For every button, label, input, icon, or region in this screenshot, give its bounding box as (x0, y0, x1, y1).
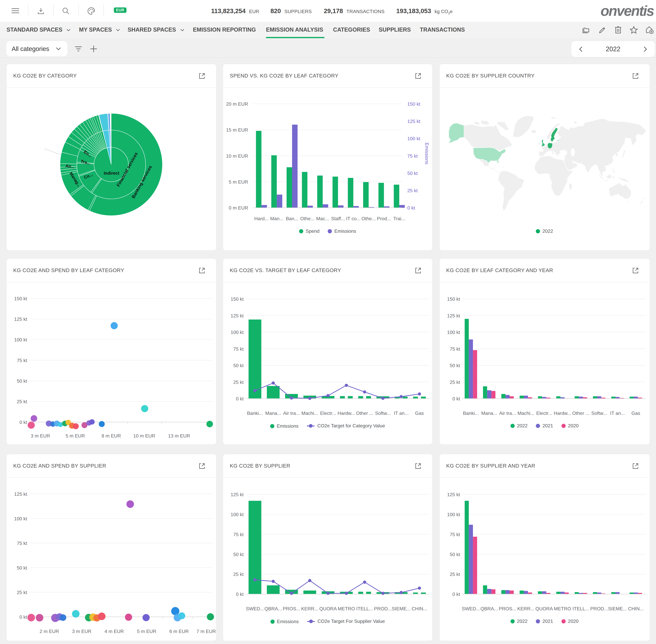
svg-text:150 kt: 150 kt (14, 296, 27, 301)
svg-text:75 kt: 75 kt (233, 346, 243, 352)
svg-text:0 kt: 0 kt (19, 420, 27, 425)
svg-text:7 m EUR: 7 m EUR (196, 629, 216, 634)
svg-text:Mana...: Mana... (265, 411, 281, 416)
svg-text:5 m EUR: 5 m EUR (229, 179, 248, 185)
svg-text:20 m EUR: 20 m EUR (226, 101, 248, 107)
svg-text:0 kt: 0 kt (452, 396, 460, 401)
svg-text:Man...: Man... (270, 216, 283, 221)
svg-text:KERR...: KERR... (301, 606, 319, 612)
svg-text:Hardw...: Hardw... (337, 411, 355, 416)
svg-text:Trai...: Trai... (393, 216, 405, 221)
svg-text:METRO: METRO (338, 606, 355, 612)
svg-text:0 kt: 0 kt (236, 592, 244, 597)
svg-text:25 kt: 25 kt (17, 399, 27, 405)
svg-text:100 kt: 100 kt (447, 330, 460, 335)
svg-text:Othe...: Othe... (362, 216, 376, 221)
svg-text:0 kt: 0 kt (19, 614, 27, 620)
svg-text:Prod...: Prod... (377, 216, 391, 221)
svg-text:6 m EUR: 6 m EUR (169, 629, 189, 634)
svg-text:4 m EUR: 4 m EUR (104, 629, 124, 634)
svg-text:5 m EUR: 5 m EUR (65, 433, 85, 439)
svg-text:SIEME...: SIEME... (392, 606, 411, 612)
svg-text:Ban...: Ban... (286, 216, 298, 221)
svg-text:Banki...: Banki... (247, 411, 263, 416)
svg-text:Indirect: Indirect (104, 171, 119, 176)
svg-text:Air tra...: Air tra... (283, 411, 300, 416)
svg-text:KERR...: KERR... (517, 606, 534, 612)
svg-text:ITELL...: ITELL... (572, 606, 589, 612)
svg-text:125 kt: 125 kt (231, 492, 243, 497)
svg-text:125 kt: 125 kt (447, 492, 460, 497)
svg-text:CHIN...: CHIN... (628, 606, 643, 612)
svg-text:PROS...: PROS... (283, 606, 300, 612)
svg-text:Emissions: Emissions (424, 143, 430, 164)
svg-text:0 kt: 0 kt (452, 592, 460, 597)
svg-text:75 kt: 75 kt (233, 532, 243, 537)
svg-text:Electr...: Electr... (536, 411, 552, 416)
svg-text:QUORA: QUORA (535, 606, 553, 612)
svg-text:75 kt: 75 kt (17, 540, 27, 546)
svg-text:125 kt: 125 kt (447, 313, 460, 318)
svg-text:SIEME...: SIEME... (608, 606, 627, 612)
svg-text:50 kt: 50 kt (407, 170, 418, 176)
svg-text:100 kt: 100 kt (231, 512, 243, 517)
svg-text:Electr...: Electr... (320, 411, 336, 416)
svg-text:PROS...: PROS... (499, 606, 516, 612)
svg-text:75 kt: 75 kt (450, 532, 460, 537)
svg-text:25 kt: 25 kt (450, 572, 460, 577)
svg-text:0 m EUR: 0 m EUR (229, 205, 248, 210)
svg-text:Softw...: Softw... (375, 411, 391, 416)
svg-text:0 kt: 0 kt (236, 396, 244, 401)
svg-text:Other ...: Other ... (356, 411, 373, 416)
svg-text:2 m EUR: 2 m EUR (40, 629, 59, 634)
svg-text:QBRA...: QBRA... (480, 606, 498, 612)
svg-text:50 kt: 50 kt (233, 552, 243, 557)
svg-text:PROD...: PROD... (590, 606, 608, 612)
svg-text:8 m EUR: 8 m EUR (102, 433, 121, 439)
svg-text:100 kt: 100 kt (231, 330, 243, 335)
svg-text:100 kt: 100 kt (14, 337, 27, 343)
svg-text:Machi...: Machi... (517, 411, 534, 416)
svg-text:15 m EUR: 15 m EUR (226, 127, 248, 133)
svg-text:Mana...: Mana... (481, 411, 497, 416)
svg-text:125 kt: 125 kt (14, 491, 27, 497)
svg-text:PROD...: PROD... (374, 606, 392, 612)
svg-text:Air tra...: Air tra... (499, 411, 516, 416)
svg-text:25 kt: 25 kt (233, 380, 243, 385)
svg-text:150 kt: 150 kt (231, 297, 243, 302)
svg-text:Gas: Gas (415, 411, 424, 416)
svg-text:75 kt: 75 kt (17, 358, 27, 363)
svg-text:Banki...: Banki... (463, 411, 479, 416)
svg-text:3 m EUR: 3 m EUR (72, 629, 91, 634)
svg-text:50 kt: 50 kt (233, 363, 243, 368)
svg-text:CHIN...: CHIN... (412, 606, 427, 612)
svg-text:10 m EUR: 10 m EUR (133, 433, 155, 439)
svg-text:25 kt: 25 kt (450, 380, 460, 385)
svg-text:Staff...: Staff... (331, 216, 345, 221)
svg-text:50 kt: 50 kt (450, 552, 460, 557)
svg-text:125 kt: 125 kt (14, 317, 27, 322)
svg-text:25 kt: 25 kt (17, 590, 27, 595)
svg-text:0 kt: 0 kt (407, 205, 415, 210)
svg-text:IT an...: IT an... (610, 411, 625, 416)
svg-text:ITELL...: ITELL... (356, 606, 373, 612)
svg-text:150 kt: 150 kt (447, 297, 460, 302)
svg-text:50 kt: 50 kt (17, 565, 27, 571)
svg-text:Machi...: Machi... (301, 411, 318, 416)
svg-text:125 kt: 125 kt (407, 119, 420, 124)
svg-text:Hardw...: Hardw... (553, 411, 571, 416)
svg-text:IT co...: IT co... (346, 216, 360, 221)
svg-text:50 kt: 50 kt (450, 363, 460, 368)
svg-text:75 kt: 75 kt (407, 153, 418, 159)
svg-text:METRO: METRO (554, 606, 571, 612)
svg-text:Softw...: Softw... (591, 411, 607, 416)
svg-text:25 kt: 25 kt (233, 572, 243, 577)
svg-text:5 m EUR: 5 m EUR (137, 629, 156, 634)
svg-text:100 kt: 100 kt (407, 136, 420, 141)
svg-text:Othe...: Othe... (300, 216, 314, 221)
svg-text:SWED...: SWED... (246, 606, 264, 612)
svg-text:QBRA...: QBRA... (264, 606, 282, 612)
svg-text:150 kt: 150 kt (407, 101, 420, 107)
svg-text:Other ...: Other ... (572, 411, 589, 416)
svg-text:3 m EUR: 3 m EUR (30, 433, 50, 439)
